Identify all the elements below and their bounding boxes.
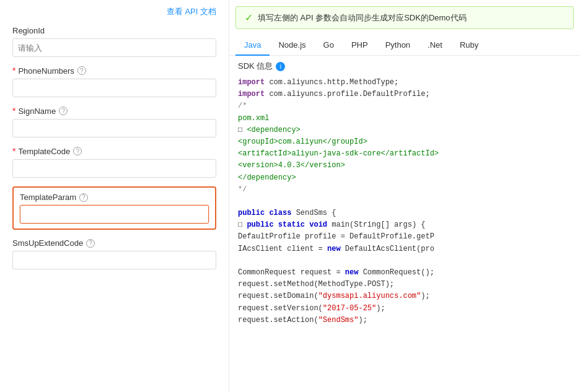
help-icon-sms-up-extend-code[interactable]: ? <box>86 239 95 248</box>
sdk-info-icon[interactable]: i <box>276 62 285 71</box>
sdk-info-bar: SDK 信息 i <box>229 56 580 77</box>
code-line: □ public static void main(String[] args)… <box>238 220 426 229</box>
required-star-template-code: * <box>12 146 15 156</box>
code-line: </dependency> <box>238 173 296 182</box>
label-text-sms-up-extend-code: SmsUpExtendCode <box>12 238 83 248</box>
left-panel: 查看 API 文档 RegionId* PhoneNumbers?* SignN… <box>0 0 229 392</box>
label-text-template-param: TemplateParam <box>20 193 76 202</box>
api-doc-link[interactable]: 查看 API 文档 <box>12 6 216 17</box>
label-text-sign-name: SignName <box>18 107 56 116</box>
tab-go[interactable]: Go <box>315 35 343 56</box>
field-group-phone-numbers: * PhoneNumbers? <box>12 66 216 97</box>
tab-ruby[interactable]: Ruby <box>451 35 487 56</box>
input-sign-name[interactable] <box>12 119 216 137</box>
input-template-code[interactable] <box>12 159 216 178</box>
field-group-region-id: RegionId <box>12 26 216 57</box>
fields-container: RegionId* PhoneNumbers?* SignName?* Temp… <box>12 26 216 269</box>
tabs-bar: JavaNode.jsGoPHPPython.NetRuby <box>229 35 580 56</box>
code-line: <artifactId>aliyun-java-sdk-core</artifa… <box>238 149 439 158</box>
tab-java[interactable]: Java <box>235 35 270 56</box>
field-group-template-code: * TemplateCode? <box>12 146 216 178</box>
code-line: request.setDomain("dysmsapi.aliyuncs.com… <box>238 292 430 300</box>
code-line: DefaultProfile profile = DefaultProfile.… <box>238 232 434 241</box>
check-icon: ✓ <box>245 12 253 24</box>
input-sms-up-extend-code[interactable] <box>12 251 216 269</box>
field-label-phone-numbers: * PhoneNumbers? <box>12 66 216 76</box>
field-group-sms-up-extend-code: SmsUpExtendCode? <box>12 238 216 269</box>
field-label-sms-up-extend-code: SmsUpExtendCode? <box>12 238 216 248</box>
code-line: pom.xml <box>238 114 269 123</box>
code-line: request.setVersion("2017-05-25"); <box>238 304 385 313</box>
tab-php[interactable]: PHP <box>343 35 377 56</box>
input-phone-numbers[interactable] <box>12 79 216 97</box>
notice-text: 填写左侧的 API 参数会自动同步生成对应SDK的Demo代码 <box>258 12 467 24</box>
code-line: request.setAction("SendSms"); <box>238 316 367 324</box>
code-line: IAcsClient client = new DefaultAcsClient… <box>238 245 434 253</box>
label-text-phone-numbers: PhoneNumbers <box>18 66 74 76</box>
code-line: /* <box>238 102 247 110</box>
input-template-param[interactable] <box>20 205 209 224</box>
help-icon-sign-name[interactable]: ? <box>59 107 68 115</box>
help-icon-template-param[interactable]: ? <box>79 193 88 202</box>
tab--net[interactable]: .Net <box>419 35 451 56</box>
input-region-id[interactable] <box>12 38 216 57</box>
code-line: <version>4.0.3</version> <box>238 161 345 170</box>
code-line: public class SendSms { <box>238 209 336 217</box>
sdk-info-label: SDK 信息 <box>238 61 273 72</box>
field-label-sign-name: * SignName? <box>12 106 216 116</box>
notice-bar: ✓ 填写左侧的 API 参数会自动同步生成对应SDK的Demo代码 <box>235 6 574 29</box>
field-label-template-code: * TemplateCode? <box>12 146 216 156</box>
code-line: CommonRequest request = new CommonReques… <box>238 268 434 277</box>
code-line: */ <box>238 185 247 194</box>
help-icon-phone-numbers[interactable]: ? <box>77 66 86 75</box>
tab-node-js[interactable]: Node.js <box>270 35 314 56</box>
field-label-template-param: TemplateParam? <box>20 193 209 202</box>
code-line: <groupId>com.aliyun</groupId> <box>238 137 367 146</box>
help-icon-template-code[interactable]: ? <box>73 147 82 155</box>
required-star-phone-numbers: * <box>12 66 15 76</box>
field-group-template-param: TemplateParam? <box>12 186 216 230</box>
tabs-container: JavaNode.jsGoPHPPython.NetRuby <box>235 35 487 55</box>
tab-python[interactable]: Python <box>377 35 419 56</box>
label-text-region-id: RegionId <box>12 26 45 35</box>
field-group-sign-name: * SignName? <box>12 106 216 137</box>
field-label-region-id: RegionId <box>12 26 216 35</box>
code-line: import com.aliyuncs.http.MethodType; <box>238 78 398 87</box>
code-line: import com.aliyuncs.profile.DefaultProfi… <box>238 90 430 98</box>
label-text-template-code: TemplateCode <box>18 147 70 156</box>
code-line: request.setMethod(MethodType.POST); <box>238 280 394 289</box>
code-area[interactable]: import com.aliyuncs.http.MethodType;impo… <box>229 77 580 392</box>
code-line: □ <dependency> <box>238 126 301 134</box>
right-panel: ✓ 填写左侧的 API 参数会自动同步生成对应SDK的Demo代码 JavaNo… <box>229 0 580 392</box>
required-star-sign-name: * <box>12 106 15 116</box>
